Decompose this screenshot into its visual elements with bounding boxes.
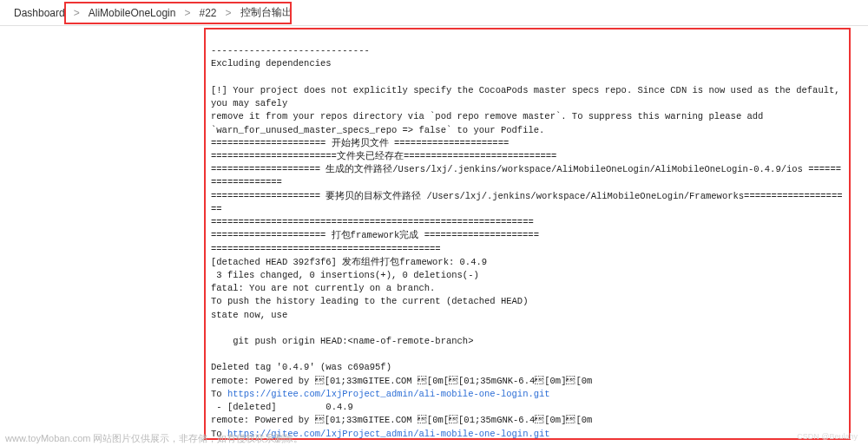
console-line: ===================== 打包framework完成 ====… [211,230,539,240]
console-line: ==================== 生成的文件路径/Users/lxj/.… [211,164,841,187]
console-line: ==================== 要拷贝的目标文件路径 /Users/l… [211,191,843,214]
console-line: fatal: You are not currently on a branch… [211,283,435,293]
console-line: git push origin HEAD:<name-of-remote-bra… [211,336,473,346]
console-line: state now, use [211,310,287,320]
footer-disclaimer: www.toyMoban.com 网站图片仅供展示，非存储，如有侵权联系删除。 [5,432,303,445]
console-output-frame: ----------------------------- Excluding … [204,28,851,440]
breadcrumb-build[interactable]: #22 [195,7,220,19]
chevron-right-icon: > [220,7,237,19]
console-line: ----------------------------- [211,45,370,56]
console-line: ========================================… [211,244,441,254]
console-line: ===================== 开始拷贝文件 ===========… [211,138,509,148]
console-line: ========================================… [211,217,534,227]
console-line: [detached HEAD 392f3f6] 发布组件打包framework:… [211,257,487,267]
console-line: =======================文件夹已经存在==========… [211,151,556,161]
breadcrumb-project[interactable]: AliMobileOneLogin [85,7,180,19]
console-to-prefix: To [211,389,227,399]
chevron-right-icon: > [69,7,85,19]
console-line: `warn_for_unused_master_specs_repo => fa… [211,125,544,135]
watermark: CSDN @Beulahy [797,432,858,441]
console-line: Excluding dependencies [211,58,332,69]
chevron-right-icon: > [179,7,195,19]
console-output: ----------------------------- Excluding … [211,31,844,440]
console-line: 3 files changed, 0 insertions(+), 0 dele… [211,270,479,280]
breadcrumb-console[interactable]: 控制台输出 [237,5,296,20]
breadcrumb-dashboard[interactable]: Dashboard [10,7,69,19]
console-line: - [deleted] 0.4.9 [211,402,353,412]
console-line: remote: Powered by [01;33mGITEE.COM [0… [211,415,592,425]
console-line: Deleted tag '0.4.9' (was c69a95f) [211,362,391,372]
console-line: remove it from your repos directory via … [211,111,763,121]
breadcrumb: Dashboard > AliMobileOneLogin > #22 > 控制… [0,0,868,26]
git-remote-link[interactable]: https://gitee.com/lxjProject_admin/ali-m… [227,389,550,399]
console-line: remote: Powered by [01;33mGITEE.COM [0… [211,376,592,386]
console-line: To push the history leading to the curre… [211,296,528,306]
console-line: [!] Your project does not explicitly spe… [211,85,845,108]
